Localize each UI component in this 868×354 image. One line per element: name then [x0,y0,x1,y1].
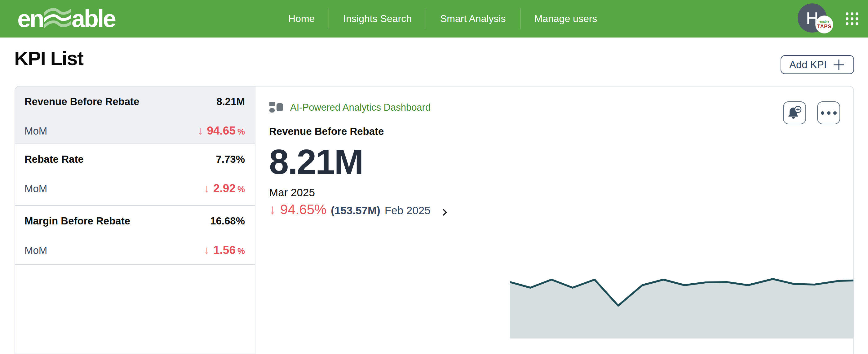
add-kpi-button[interactable]: Add KPI [781,55,854,74]
down-arrow-icon: ↓ [269,202,276,217]
detail-previous-value: (153.57M) [331,204,380,217]
kpi-period: MoM [25,245,47,256]
bell-plus-icon [787,105,802,121]
detail-kpi-value: 8.21M [269,144,854,180]
kpi-change: 1.56 [213,244,236,257]
taps-badge-brand: enable [819,20,829,23]
more-options-button[interactable] [817,101,840,124]
kpi-panel: Revenue Before Rebate 8.21M MoM ↓ 94.65 … [14,86,854,354]
nav-manage-users[interactable]: Manage users [521,0,611,37]
logo-text-en: en [18,5,43,33]
down-arrow-icon: ↓ [204,244,210,257]
kpi-name: Margin Before Rebate [25,215,130,227]
kpi-list-item-margin-before-rebate[interactable]: Margin Before Rebate 16.68% MoM ↓ 1.56 % [15,206,255,265]
user-avatar[interactable]: H enable TAPS [798,3,827,33]
kpi-value: 16.68% [210,215,245,227]
kpi-list-item-rebate-rate[interactable]: Rebate Rate 7.73% MoM ↓ 2.92 % [15,144,255,206]
kpi-trend-svg [510,222,854,339]
kpi-detail: AI-Powered Analytics Dashboard Revenue B… [256,87,854,354]
detail-change-row[interactable]: ↓ 94.65% (153.57M) Feb 2025 [269,202,854,217]
kpi-name: Rebate Rate [25,154,84,165]
add-kpi-label: Add KPI [789,59,827,71]
plus-icon [832,58,845,71]
top-nav-bar: en able Home Insights Search Smart Analy… [0,0,868,37]
logo-wave-icon [44,7,71,33]
kpi-trend-chart [510,222,854,339]
logo-text-able: able [72,5,115,33]
detail-kpi-title: Revenue Before Rebate [269,126,854,137]
kpi-list: Revenue Before Rebate 8.21M MoM ↓ 94.65 … [15,87,255,354]
apps-grid-icon[interactable] [846,12,858,25]
kpi-period: MoM [25,125,47,137]
detail-change-percent: 94.65% [280,202,327,217]
chevron-right-icon[interactable] [440,209,447,216]
add-alert-button[interactable] [783,101,806,124]
nav-insights-search[interactable]: Insights Search [329,0,426,37]
breadcrumb-dashboard-link[interactable]: AI-Powered Analytics Dashboard [290,102,431,113]
detail-current-period: Mar 2025 [269,186,854,199]
main-nav: Home Insights Search Smart Analysis Mana… [274,0,611,37]
kpi-change-unit: % [238,127,245,137]
detail-previous-period: Feb 2025 [385,204,431,217]
down-arrow-icon: ↓ [204,182,210,195]
dashboard-icon [269,101,283,114]
kpi-value: 8.21M [216,96,245,107]
kpi-change: 94.65 [207,124,236,137]
taps-badge-label: TAPS [817,24,831,29]
kpi-list-item-revenue-before-rebate[interactable]: Revenue Before Rebate 8.21M MoM ↓ 94.65 … [15,87,255,144]
kpi-change: 2.92 [213,182,236,195]
down-arrow-icon: ↓ [197,124,203,137]
kpi-value: 7.73% [216,154,245,165]
kpi-period: MoM [25,183,47,195]
kpi-change-unit: % [238,185,245,194]
nav-smart-analysis[interactable]: Smart Analysis [426,0,520,37]
kpi-list-item-empty [15,265,255,353]
kpi-name: Revenue Before Rebate [25,96,139,107]
page-title: KPI List [14,47,83,69]
kpi-change-unit: % [238,247,245,256]
enable-logo[interactable]: en able [18,0,115,37]
taps-badge: enable TAPS [815,15,833,33]
ellipsis-icon [821,111,837,115]
nav-home[interactable]: Home [274,0,329,37]
